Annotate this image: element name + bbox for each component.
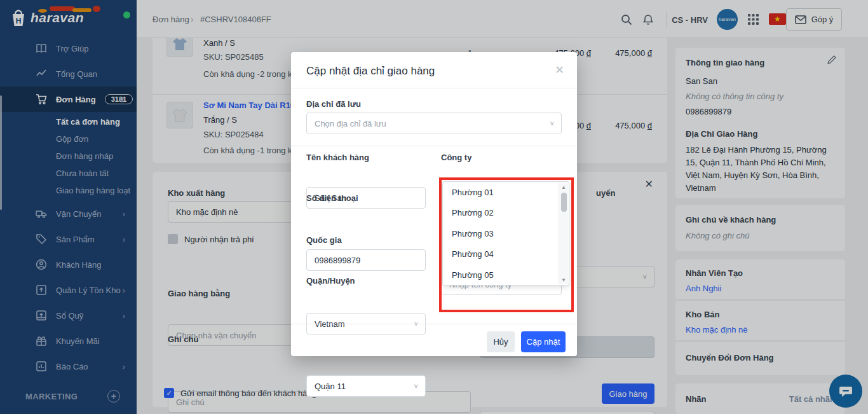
scrollbar-thumb[interactable] [561, 193, 567, 212]
modal-header-divider [291, 88, 577, 88]
saved-address-select[interactable]: Chọn địa chỉ đã lưu ˅ [306, 113, 562, 134]
ward-option[interactable]: Phường 02 [443, 203, 569, 224]
scroll-up-arrow[interactable]: ▲ [559, 183, 568, 191]
chevron-down-icon: ˅ [414, 382, 418, 390]
district-label: Quận/Huyện [306, 276, 355, 286]
company-label: Công ty [441, 153, 471, 162]
update-address-modal: Cập nhật địa chỉ giao hàng ✕ Địa chỉ đã … [291, 52, 577, 356]
update-button[interactable]: Cập nhật [521, 331, 566, 352]
modal-section-divider [291, 146, 577, 146]
cancel-button[interactable]: Hủy [487, 331, 515, 352]
chevron-down-icon: ˅ [550, 120, 554, 127]
ward-option[interactable]: Phường 05 [443, 265, 569, 286]
phone-input[interactable]: 0986899879 [306, 249, 426, 271]
modal-title: Cập nhật địa chỉ giao hàng [306, 65, 435, 78]
app-root: H haravan Trợ Giúp Tổng Quan Đơn Hàng 31… [0, 0, 868, 414]
close-icon[interactable]: ✕ [555, 63, 564, 77]
name-label: Tên khách hàng [306, 153, 369, 162]
country-label: Quốc gia [306, 235, 342, 245]
district-select[interactable]: Quận 11 ˅ [306, 375, 426, 397]
dropdown-scrollbar[interactable]: ▲ ▼ [559, 183, 568, 284]
ward-option[interactable]: Phường 04 [443, 244, 569, 265]
phone-label: Số điện thoại [306, 193, 358, 203]
modal-footer-divider [291, 324, 577, 324]
scroll-down-arrow[interactable]: ▼ [559, 275, 568, 284]
ward-option[interactable]: Phường 01 [443, 182, 569, 203]
ward-option[interactable]: Phường 03 [443, 223, 569, 244]
saved-address-label: Địa chỉ đã lưu [306, 99, 361, 109]
ward-options-list: Phường 01 Phường 02 Phường 03 Phường 04 … [442, 181, 569, 286]
